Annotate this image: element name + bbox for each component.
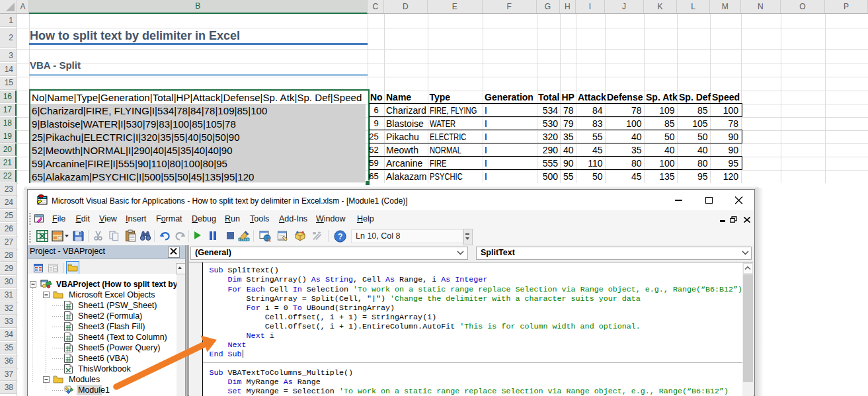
svg-text:?: ?	[338, 232, 343, 241]
